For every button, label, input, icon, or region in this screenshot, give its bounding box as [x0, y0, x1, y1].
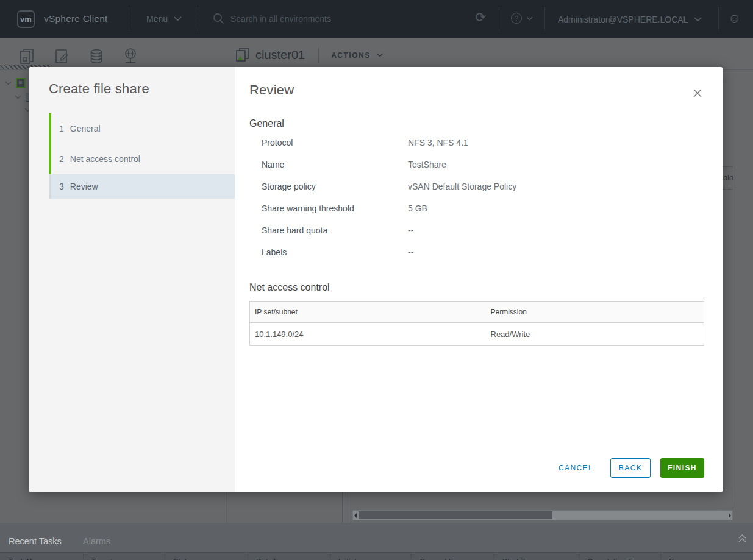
wizard-step-general[interactable]: 1 General — [49, 113, 235, 144]
column-header-status[interactable]: Status — [165, 553, 248, 560]
feedback-smiley-icon[interactable]: ☺ — [728, 11, 741, 26]
actions-label: ACTIONS — [331, 51, 371, 60]
hosts-and-clusters-tab[interactable] — [19, 48, 36, 65]
summary-row-labels: Labels -- — [249, 241, 704, 263]
table-row: 10.1.149.0/24 Read/Write — [250, 323, 704, 346]
double-chevron-up-icon — [738, 534, 747, 543]
column-header-server[interactable]: Server — [661, 553, 753, 560]
chevron-down-icon — [526, 16, 533, 21]
tasks-table-header: Task Name Target Status Details Initiato… — [0, 552, 753, 560]
step-progress-bar — [49, 174, 51, 199]
scroll-right-arrow-icon[interactable] — [729, 513, 731, 518]
create-file-share-dialog: Create file share 1 General 2 Net access… — [29, 67, 723, 492]
column-header-permission: Permission — [486, 302, 704, 323]
hosts-and-clusters-icon — [19, 48, 36, 65]
column-header-start-time[interactable]: Start Time ↓ — [494, 553, 579, 560]
column-header-queued-for[interactable]: Queued For — [412, 553, 494, 560]
column-header-completion-time[interactable]: Completion Time — [579, 553, 661, 560]
section-heading-general: General — [249, 118, 704, 129]
help-menu-button[interactable]: ? — [511, 13, 533, 24]
tab-alarms[interactable]: Alarms — [83, 536, 110, 546]
wizard-content: Review General Protocol NFS 3, NFS 4.1 N… — [235, 67, 723, 492]
object-name: cluster01 — [255, 48, 305, 62]
refresh-icon[interactable]: ⟳ — [475, 10, 486, 26]
summary-row-protocol: Protocol NFS 3, NFS 4.1 — [249, 132, 704, 154]
vms-and-templates-icon — [54, 49, 70, 65]
storage-icon — [88, 49, 104, 65]
cell-permission: Read/Write — [486, 323, 704, 346]
header-divider — [198, 7, 198, 30]
search-icon — [213, 13, 224, 24]
object-header: cluster01 ACTIONS — [235, 47, 384, 63]
menu-button[interactable]: Menu — [146, 14, 182, 24]
wizard-steps-list: 1 General 2 Net access control 3 Review — [49, 113, 235, 199]
header-divider — [129, 7, 129, 30]
step-progress-bar — [49, 144, 51, 174]
background-partial-column-header: olo — [723, 173, 733, 182]
scrollbar-thumb[interactable] — [359, 511, 552, 519]
global-search — [213, 13, 389, 24]
background-table-edge — [733, 166, 733, 509]
header-divider — [718, 7, 719, 30]
background-table-edge — [723, 189, 733, 190]
dialog-title: Create file share — [49, 81, 149, 97]
header-divider — [544, 7, 545, 30]
page-title: Review — [249, 82, 704, 98]
wizard-step-review[interactable]: 3 Review — [49, 174, 235, 199]
user-menu-button[interactable]: Administrator@VSPHERE.LOCAL — [558, 15, 702, 24]
top-header: vm vSphere Client Menu ⟳ ? Administrator… — [0, 0, 753, 38]
sort-descending-icon: ↓ — [541, 558, 544, 560]
background-table-edge — [723, 166, 733, 167]
cell-ip-subnet: 10.1.149.0/24 — [250, 323, 486, 346]
horizontal-scrollbar[interactable] — [352, 510, 733, 520]
chevron-down-icon — [174, 16, 182, 21]
cluster-icon — [235, 47, 250, 63]
step-progress-bar — [49, 113, 51, 144]
general-summary: Protocol NFS 3, NFS 4.1 Name TestShare S… — [249, 132, 704, 263]
net-access-table-header: IP set/subnet Permission — [250, 302, 704, 323]
wizard-step-net-access-control[interactable]: 2 Net access control — [49, 144, 235, 174]
header-divider — [499, 7, 499, 30]
storage-tab[interactable] — [88, 49, 104, 65]
search-input[interactable] — [230, 14, 389, 24]
column-header-target[interactable]: Target — [84, 553, 165, 560]
column-header-initiator[interactable]: Initiator — [330, 553, 412, 560]
net-access-table: IP set/subnet Permission 10.1.149.0/24 R… — [249, 301, 704, 346]
vmware-logo: vm — [17, 10, 35, 28]
actions-button[interactable]: ACTIONS — [331, 51, 384, 60]
tasks-panel: Recent Tasks Alarms Task Name Target Sta… — [0, 523, 753, 560]
tree-item-vcenter[interactable] — [5, 78, 26, 88]
close-button[interactable] — [691, 87, 704, 99]
summary-row-share-warning-threshold: Share warning threshold 5 GB — [249, 197, 704, 219]
summary-row-share-hard-quota: Share hard quota -- — [249, 219, 704, 241]
object-header-divider — [318, 48, 319, 63]
back-button[interactable]: BACK — [610, 458, 651, 478]
scroll-left-arrow-icon[interactable] — [354, 513, 357, 518]
tab-recent-tasks[interactable]: Recent Tasks — [9, 536, 62, 546]
app-title: vSphere Client — [44, 13, 107, 24]
section-heading-net-access: Net access control — [249, 282, 704, 293]
networking-icon — [122, 48, 139, 65]
summary-row-name: Name TestShare — [249, 154, 704, 175]
dialog-button-bar: CANCEL BACK FINISH — [559, 458, 704, 478]
menu-label: Menu — [146, 14, 168, 24]
cancel-button[interactable]: CANCEL — [559, 464, 593, 472]
summary-row-storage-policy: Storage policy vSAN Default Storage Poli… — [249, 175, 704, 197]
chevron-down-icon — [376, 53, 384, 57]
vms-and-templates-tab[interactable] — [54, 49, 70, 65]
user-name: Administrator@VSPHERE.LOCAL — [558, 15, 688, 24]
finish-button[interactable]: FINISH — [660, 458, 704, 478]
vcenter-icon — [16, 78, 26, 88]
column-header-details[interactable]: Details — [248, 553, 330, 560]
collapse-panel-button[interactable] — [738, 534, 747, 543]
chevron-down-icon — [694, 17, 702, 22]
wizard-steps-sidebar: Create file share 1 General 2 Net access… — [29, 67, 235, 492]
column-header-ip-set: IP set/subnet — [250, 302, 486, 323]
chevron-down-icon — [15, 95, 21, 99]
help-icon: ? — [511, 13, 522, 24]
chevron-down-icon — [5, 81, 12, 85]
close-icon — [693, 88, 702, 98]
networking-tab[interactable] — [122, 48, 139, 65]
column-header-task-name[interactable]: Task Name — [0, 553, 84, 560]
